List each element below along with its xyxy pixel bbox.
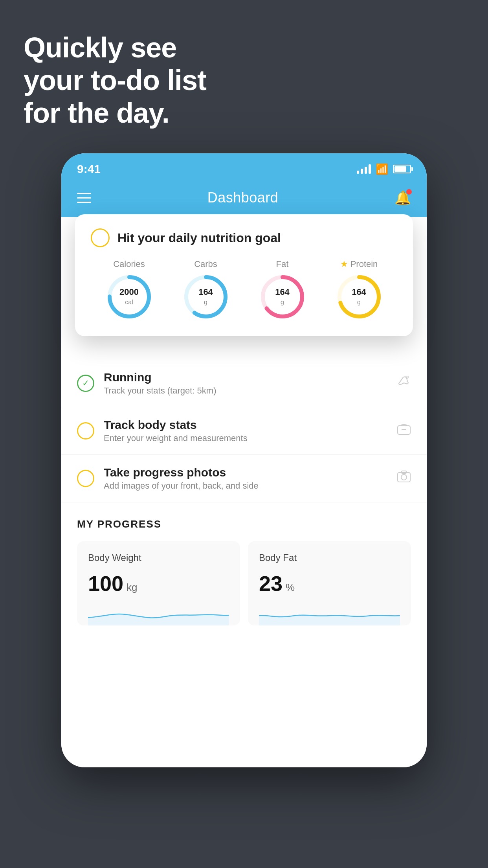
todo-checkbox-body-stats[interactable] xyxy=(77,422,94,440)
todo-name-photos: Take progress photos xyxy=(104,466,259,479)
battery-icon xyxy=(393,165,411,173)
svg-point-0 xyxy=(406,376,408,378)
progress-card-fat[interactable]: Body Fat 23 % xyxy=(248,541,411,625)
todo-item-body-stats[interactable]: Track body stats Enter your weight and m… xyxy=(61,407,427,455)
todo-sub-running: Track your stats (target: 5km) xyxy=(104,386,216,396)
carbs-label: Carbs xyxy=(194,259,217,269)
fat-value: 164g xyxy=(275,287,290,306)
nutrition-card-header: Hit your daily nutrition goal xyxy=(91,228,397,247)
header-title: Dashboard xyxy=(207,189,279,206)
fat-unit: % xyxy=(286,581,295,594)
progress-cards: Body Weight 100 kg Body Fat xyxy=(77,541,411,625)
todo-sub-body-stats: Enter your weight and measurements xyxy=(104,433,248,443)
macro-fat: Fat 164g xyxy=(259,259,306,320)
progress-card-weight[interactable]: Body Weight 100 kg xyxy=(77,541,240,625)
menu-button[interactable] xyxy=(77,193,91,203)
protein-label: ★ Protein xyxy=(340,259,378,269)
notification-dot xyxy=(406,189,412,195)
macro-calories: Calories 2000cal xyxy=(106,259,153,320)
svg-rect-3 xyxy=(398,473,410,482)
todo-item-photos[interactable]: Take progress photos Add images of your … xyxy=(61,455,427,502)
progress-title: MY PROGRESS xyxy=(77,518,411,530)
scale-icon xyxy=(397,423,411,440)
star-icon: ★ xyxy=(340,259,348,269)
svg-point-4 xyxy=(401,474,407,480)
wifi-icon: 📶 xyxy=(376,163,388,175)
todo-name-running: Running xyxy=(104,371,216,384)
protein-value: 164g xyxy=(352,287,366,306)
weight-unit: kg xyxy=(127,581,137,594)
todo-info-body-stats: Track body stats Enter your weight and m… xyxy=(104,418,248,443)
nutrition-title: Hit your daily nutrition goal xyxy=(117,231,281,245)
macros-row: Calories 2000cal Carbs 164g xyxy=(91,259,397,320)
hero-line3: for the day. xyxy=(24,97,206,129)
progress-card-fat-title: Body Fat xyxy=(259,552,400,563)
signal-icon xyxy=(357,164,371,174)
macro-protein: ★ Protein 164g xyxy=(336,259,383,320)
progress-card-weight-title: Body Weight xyxy=(88,552,229,563)
fat-ring: 164g xyxy=(259,273,306,320)
todo-checkbox-photos[interactable] xyxy=(77,470,94,487)
hero-text: Quickly see your to-do list for the day. xyxy=(24,31,206,129)
fat-number: 23 xyxy=(259,571,283,596)
weight-wave xyxy=(88,602,229,625)
app-header: Dashboard 🔔 xyxy=(61,182,427,217)
weight-number: 100 xyxy=(88,571,123,596)
status-time: 9:41 xyxy=(77,162,101,176)
todo-item-running[interactable]: ✓ Running Track your stats (target: 5km) xyxy=(61,360,427,407)
calories-value: 2000cal xyxy=(119,287,139,306)
todo-checkbox-running[interactable]: ✓ xyxy=(77,375,94,392)
carbs-value: 164g xyxy=(198,287,213,306)
progress-card-fat-value: 23 % xyxy=(259,571,400,596)
hero-line2: your to-do list xyxy=(24,64,206,97)
macro-carbs: Carbs 164g xyxy=(182,259,229,320)
todo-name-body-stats: Track body stats xyxy=(104,418,248,432)
calories-label: Calories xyxy=(113,259,145,269)
nutrition-checkbox[interactable] xyxy=(91,228,110,247)
todo-sub-photos: Add images of your front, back, and side xyxy=(104,481,259,491)
carbs-ring: 164g xyxy=(182,273,229,320)
todo-info-photos: Take progress photos Add images of your … xyxy=(104,466,259,491)
progress-card-weight-value: 100 kg xyxy=(88,571,229,596)
todo-list: ✓ Running Track your stats (target: 5km)… xyxy=(61,360,427,502)
progress-section: MY PROGRESS Body Weight 100 kg xyxy=(61,502,427,633)
running-icon xyxy=(395,376,411,391)
hero-line1: Quickly see xyxy=(24,31,206,64)
notification-bell[interactable]: 🔔 xyxy=(394,190,411,206)
status-bar: 9:41 📶 xyxy=(61,153,427,182)
status-icons: 📶 xyxy=(357,163,411,175)
calories-ring: 2000cal xyxy=(106,273,153,320)
fat-label: Fat xyxy=(276,259,289,269)
fat-wave xyxy=(259,602,400,625)
nutrition-card: Hit your daily nutrition goal Calories 2… xyxy=(75,214,413,336)
protein-ring: 164g xyxy=(336,273,383,320)
todo-info-running: Running Track your stats (target: 5km) xyxy=(104,371,216,396)
photo-icon xyxy=(397,470,411,487)
